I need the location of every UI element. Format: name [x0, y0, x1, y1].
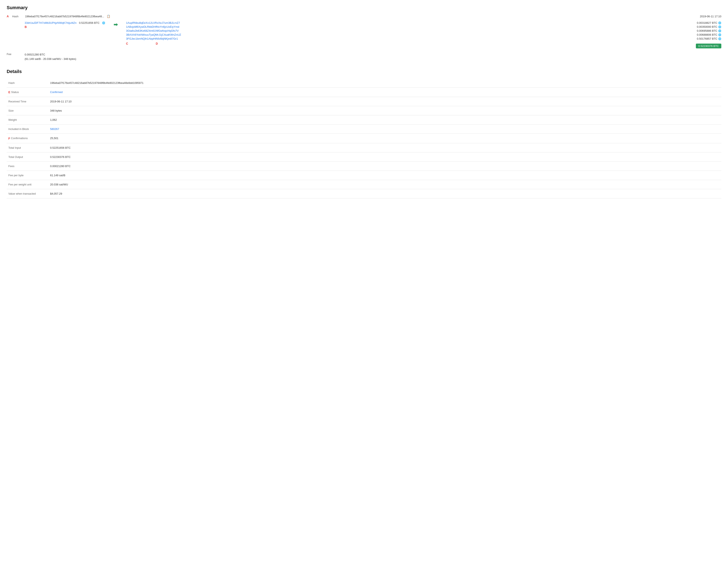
output-amount: 0.00695886 BTC 🌐: [697, 29, 721, 32]
table-row: Fees 0.00021280 BTC: [7, 162, 721, 171]
detail-value: 0.00021280 BTC: [50, 165, 71, 168]
details-title: Details: [7, 69, 721, 74]
output-item: 1AupRNbu8qEeXx12LVRxXeJ7um3BJLrnZ7 0.003…: [126, 21, 721, 24]
output-address[interactable]: 3FGJec1bmNQih1AbpHtNfz6bjNKjm87Gr1: [126, 37, 178, 40]
tx-label-spacer: [7, 21, 21, 22]
table-row: Included in Block 580267: [7, 125, 721, 134]
detail-value-cell: 0.52230376 BTC: [48, 152, 721, 162]
detail-label: Fee per byte: [7, 171, 48, 180]
output-item: 1ABxjoM6XywDLRkbDHfNvYn6jcUxEiyYmd 0.003…: [126, 25, 721, 28]
copy-icon[interactable]: 📋: [107, 15, 110, 18]
detail-value-cell: 2019-06-11 17:10: [48, 97, 721, 106]
block-link[interactable]: 580267: [50, 128, 59, 131]
btc-globe-icon: 🌐: [718, 21, 721, 24]
table-row: Total Output 0.52230376 BTC: [7, 152, 721, 162]
table-row: Fee per weight unit 20.038 sat/WU: [7, 180, 721, 189]
annotation-c: C: [126, 42, 128, 45]
annotation-d: D: [156, 42, 158, 45]
output-address[interactable]: 1AupRNbu8qEeXx12LVRxXeJ7um3BJLrnZ7: [126, 21, 180, 24]
detail-value-cell: 196eba07f176e457c48216ab87b52197848f8b4f…: [48, 78, 721, 88]
fee-label: Fee: [7, 53, 21, 56]
table-row: Received Time 2019-06-11 17:10: [7, 97, 721, 106]
output-amount: 0.00318827 BTC 🌐: [697, 21, 721, 24]
table-row: Size 348 bytes: [7, 106, 721, 115]
detail-value-cell: 348 bytes: [48, 106, 721, 115]
detail-value-cell: 580267: [48, 125, 721, 134]
detail-value: 61.149 sat/B: [50, 174, 65, 177]
output-amount: 0.00688806 BTC 🌐: [697, 33, 721, 36]
detail-value-cell: $4,057.29: [48, 189, 721, 198]
table-row: Value when transacted $4,057.29: [7, 189, 721, 198]
detail-label: Total Output: [7, 152, 48, 162]
status-value: Confirmed: [50, 91, 63, 94]
btc-globe-icon: 🌐: [718, 29, 721, 32]
detail-value-cell: 25,501: [48, 134, 721, 143]
table-row: EStatus Confirmed: [7, 87, 721, 97]
detail-value-cell: 20.038 sat/WU: [48, 180, 721, 189]
table-row: Weight 1,062: [7, 115, 721, 125]
output-amount: 0.00350000 BTC 🌐: [697, 25, 721, 28]
summary-section: Summary A Hash 196eba07f176e457c48216ab8…: [7, 5, 721, 61]
detail-label: Hash: [7, 78, 48, 88]
input-amount: 0.52251656 BTC: [79, 21, 100, 24]
detail-value-cell: 61.149 sat/B: [48, 171, 721, 180]
detail-label: Total Input: [7, 143, 48, 152]
detail-label: Received Time: [7, 97, 48, 106]
detail-label: Size: [7, 106, 48, 115]
table-row: Fee per byte 61.149 sat/B: [7, 171, 721, 180]
detail-value-cell: 0.00021280 BTC: [48, 162, 721, 171]
arrow-col: ➡: [109, 21, 123, 28]
btc-globe-icon: 🌐: [718, 37, 721, 40]
btc-globe-icon: 🌐: [718, 25, 721, 28]
detail-value: 0.52230376 BTC: [50, 155, 71, 159]
fee-detail: (61.149 sat/B - 20.038 sat/WU - 348 byte…: [25, 57, 76, 61]
fee-row: Fee 0.00021280 BTC (61.149 sat/B - 20.03…: [7, 53, 721, 61]
table-row: FConfirmations 25,501: [7, 134, 721, 143]
table-row: Total Input 0.52251656 BTC: [7, 143, 721, 152]
outputs-list: 1AupRNbu8qEeXx12LVRxXeJ7um3BJLrnZ7 0.003…: [126, 21, 721, 40]
inputs-col: 33drUaJDF7H7xMb3UPhjzNWqK7rkju4tZn 0.522…: [25, 21, 105, 29]
annotation-e: E: [8, 91, 10, 94]
summary-tx-row: 33drUaJDF7H7xMb3UPhjzNWqK7rkju4tZn 0.522…: [7, 21, 721, 48]
detail-label: Included in Block: [7, 125, 48, 134]
detail-value: 1,062: [50, 118, 57, 121]
annotation-c-d-container: C D: [126, 42, 721, 45]
output-address[interactable]: 3BAXA6YotAWouuTyaQMrJ1jC4uaKWnZnUZ: [126, 33, 181, 36]
detail-label: Weight: [7, 115, 48, 125]
detail-value: $4,057.29: [50, 192, 62, 195]
details-table: Hash 196eba07f176e457c48216ab87b52197848…: [7, 78, 721, 198]
fee-main: 0.00021280 BTC: [25, 53, 76, 57]
input-address[interactable]: 33drUaJDF7H7xMb3UPhjzNWqK7rkju4tZn: [25, 21, 77, 24]
detail-value-cell: Confirmed: [48, 87, 721, 97]
output-item: 3BAXA6YotAWouuTyaQMrJ1jC4uaKWnZnUZ 0.006…: [126, 33, 721, 36]
detail-label: Fee per weight unit: [7, 180, 48, 189]
btc-globe-icon: 🌐: [718, 33, 721, 36]
table-row: Hash 196eba07f176e457c48216ab87b52197848…: [7, 78, 721, 88]
detail-value: 25,501: [50, 137, 58, 140]
fee-value: 0.00021280 BTC (61.149 sat/B - 20.038 sa…: [25, 53, 76, 61]
annotation-f: F: [8, 137, 10, 140]
detail-label: Value when transacted: [7, 189, 48, 198]
output-address[interactable]: 3Gta6s2b63Ke68Z4m61NfGwfoqcHqGfo7V: [126, 29, 179, 32]
detail-label: Fees: [7, 162, 48, 171]
output-item: 3Gta6s2b63Ke68Z4m61NfGwfoqcHqGfo7V 0.006…: [126, 29, 721, 32]
detail-label: EStatus: [7, 87, 48, 97]
hash-label: Hash: [12, 15, 23, 18]
output-address[interactable]: 1ABxjoM6XywDLRkbDHfNvYn6jcUxEiyYmd: [126, 25, 179, 28]
summary-hash-row: A Hash 196eba07f176e457c48216ab87b521978…: [7, 15, 721, 18]
detail-value: 196eba07f176e457c48216ab87b52197848f8b4f…: [50, 81, 144, 85]
detail-label: FConfirmations: [7, 134, 48, 143]
arrow-icon: ➡: [114, 22, 118, 28]
annotation-b: B: [25, 25, 27, 29]
output-amount: 0.50176857 BTC 🌐: [697, 37, 721, 40]
detail-value: 20.038 sat/WU: [50, 183, 68, 186]
btc-globe-icon: 🌐: [102, 21, 105, 24]
output-item: 3FGJec1bmNQih1AbpHtNfz6bjNKjm87Gr1 0.501…: [126, 37, 721, 40]
total-output-badge: 0.52230376 BTC: [696, 44, 721, 48]
detail-value: 2019-06-11 17:10: [50, 100, 72, 103]
detail-value: 0.52251656 BTC: [50, 146, 71, 149]
details-section: Details Hash 196eba07f176e457c48216ab87b…: [7, 69, 721, 198]
detail-value-cell: 1,062: [48, 115, 721, 125]
outputs-col: 1AupRNbu8qEeXx12LVRxXeJ7um3BJLrnZ7 0.003…: [126, 21, 721, 48]
summary-hash-value: 196eba07f176e457c48216ab87b52197848f8b4f…: [25, 15, 104, 18]
